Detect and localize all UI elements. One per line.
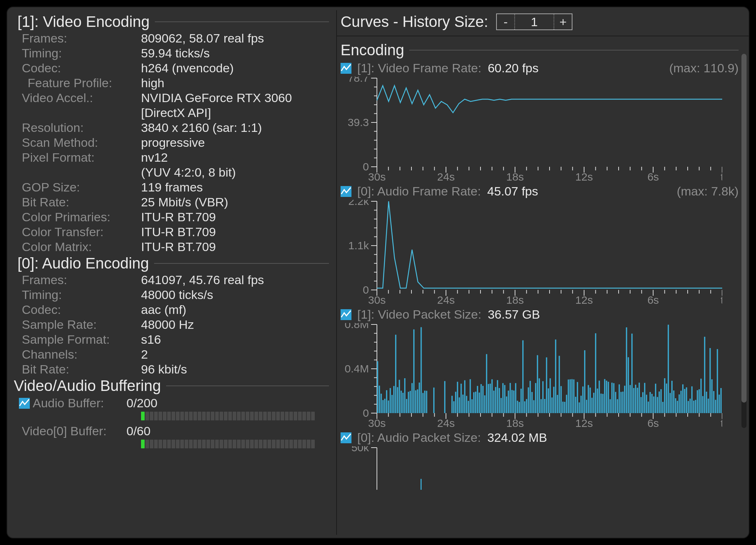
svg-text:6s: 6s bbox=[647, 171, 659, 182]
kv-row: Timing:59.94 ticks/s bbox=[17, 46, 329, 60]
svg-rect-183 bbox=[426, 391, 427, 413]
svg-rect-242 bbox=[553, 387, 555, 413]
chart-title-row: [1]: Video Packet Size: 36.57 GB bbox=[341, 307, 739, 322]
svg-rect-165 bbox=[393, 386, 395, 413]
kv-value: aac (mf) bbox=[141, 303, 329, 317]
kv-key: Color Transfer: bbox=[17, 225, 141, 239]
chart-icon[interactable] bbox=[341, 63, 351, 74]
svg-rect-180 bbox=[421, 327, 422, 413]
svg-rect-237 bbox=[544, 399, 546, 413]
svg-rect-326 bbox=[706, 392, 707, 413]
svg-rect-177 bbox=[415, 390, 417, 413]
kv-key: Pixel Format: bbox=[17, 150, 141, 165]
svg-rect-320 bbox=[695, 400, 696, 413]
kv-key: Codec: bbox=[17, 61, 141, 75]
svg-rect-196 bbox=[470, 379, 471, 413]
svg-rect-334 bbox=[720, 388, 722, 413]
svg-text:t: t bbox=[721, 171, 722, 182]
kv-value: (YUV 4:2:0, 8 bit) bbox=[141, 165, 329, 179]
svg-rect-160 bbox=[384, 399, 386, 413]
svg-text:0.4M: 0.4M bbox=[345, 363, 369, 375]
kv-key: GOP Size: bbox=[17, 180, 141, 194]
svg-rect-266 bbox=[597, 388, 598, 413]
stats-window: [1]: Video Encoding Frames:809062, 58.07… bbox=[7, 7, 749, 538]
kv-row: (YUV 4:2:0, 8 bit) bbox=[17, 165, 329, 179]
history-increase-button[interactable]: + bbox=[554, 14, 572, 29]
svg-text:6s: 6s bbox=[647, 294, 659, 305]
chart-icon[interactable] bbox=[19, 398, 30, 409]
svg-rect-327 bbox=[708, 399, 709, 413]
svg-rect-159 bbox=[382, 400, 384, 413]
svg-rect-322 bbox=[699, 389, 700, 413]
svg-rect-251 bbox=[570, 379, 571, 413]
chart-icon[interactable] bbox=[341, 186, 351, 197]
svg-rect-313 bbox=[682, 384, 684, 413]
kv-key: Color Primaries: bbox=[17, 210, 141, 224]
chart-label: [1]: Video Packet Size: bbox=[357, 307, 481, 322]
svg-rect-294 bbox=[648, 401, 649, 413]
svg-text:12s: 12s bbox=[575, 294, 593, 305]
svg-rect-230 bbox=[531, 392, 533, 413]
svg-rect-258 bbox=[582, 387, 584, 413]
kv-value: 809062, 58.07 real fps bbox=[141, 31, 329, 45]
svg-rect-184 bbox=[433, 388, 435, 413]
svg-rect-268 bbox=[600, 393, 602, 413]
svg-rect-174 bbox=[410, 391, 411, 413]
svg-rect-179 bbox=[419, 383, 420, 413]
svg-rect-332 bbox=[717, 349, 718, 413]
kv-value: [DirectX API] bbox=[141, 106, 329, 120]
svg-rect-216 bbox=[506, 396, 507, 413]
kv-value: ITU-R BT.709 bbox=[141, 225, 329, 239]
scroll-thumb[interactable] bbox=[741, 54, 747, 403]
svg-rect-303 bbox=[664, 378, 665, 413]
chart-icon[interactable] bbox=[341, 432, 351, 443]
svg-text:1.1k: 1.1k bbox=[348, 239, 369, 251]
curves-header: Curves - History Size: - 1 + bbox=[341, 13, 739, 31]
svg-rect-204 bbox=[484, 395, 486, 413]
scrollbar[interactable] bbox=[741, 54, 747, 428]
svg-rect-210 bbox=[495, 387, 496, 413]
svg-text:12s: 12s bbox=[575, 171, 593, 182]
svg-rect-249 bbox=[566, 395, 567, 413]
svg-rect-257 bbox=[580, 396, 582, 413]
chart-label: [1]: Video Frame Rate: bbox=[357, 61, 481, 75]
svg-rect-164 bbox=[391, 395, 393, 413]
kv-value: nv12 bbox=[141, 150, 329, 165]
svg-text:12s: 12s bbox=[575, 417, 593, 428]
svg-rect-314 bbox=[684, 389, 685, 413]
kv-value: 3840 x 2160 (sar: 1:1) bbox=[141, 121, 329, 135]
svg-rect-284 bbox=[630, 385, 631, 413]
chart-icon[interactable] bbox=[341, 309, 351, 320]
kv-value: 2 bbox=[141, 347, 329, 362]
svg-rect-186 bbox=[451, 396, 453, 413]
svg-rect-158 bbox=[381, 393, 382, 413]
kv-key: Channels: bbox=[17, 347, 141, 362]
svg-rect-229 bbox=[530, 381, 531, 413]
svg-rect-254 bbox=[575, 397, 576, 413]
kv-key: Timing: bbox=[17, 46, 141, 60]
svg-rect-213 bbox=[500, 398, 502, 413]
svg-rect-292 bbox=[644, 383, 646, 413]
svg-rect-162 bbox=[388, 400, 389, 413]
svg-rect-328 bbox=[709, 348, 711, 413]
svg-rect-219 bbox=[511, 390, 513, 413]
svg-rect-329 bbox=[711, 379, 713, 413]
kv-row: Feature Profile:high bbox=[17, 76, 329, 90]
svg-rect-205 bbox=[486, 354, 487, 413]
svg-rect-272 bbox=[608, 382, 609, 413]
chart-label: [0]: Audio Packet Size: bbox=[357, 431, 481, 445]
kv-value: progressive bbox=[141, 136, 329, 150]
svg-rect-301 bbox=[660, 389, 662, 413]
history-decrease-button[interactable]: - bbox=[497, 14, 514, 29]
svg-rect-200 bbox=[477, 386, 478, 413]
svg-rect-304 bbox=[666, 384, 667, 413]
chart-title-row: [0]: Audio Frame Rate: 45.07 fps(max: 7.… bbox=[341, 184, 739, 198]
svg-rect-319 bbox=[693, 401, 695, 413]
svg-rect-281 bbox=[624, 386, 626, 413]
kv-key: Bit Rate: bbox=[17, 195, 141, 209]
kv-value: ITU-R BT.709 bbox=[141, 210, 329, 224]
svg-rect-316 bbox=[688, 401, 689, 413]
svg-rect-323 bbox=[700, 379, 702, 413]
svg-rect-178 bbox=[417, 389, 418, 413]
svg-rect-199 bbox=[475, 392, 476, 413]
